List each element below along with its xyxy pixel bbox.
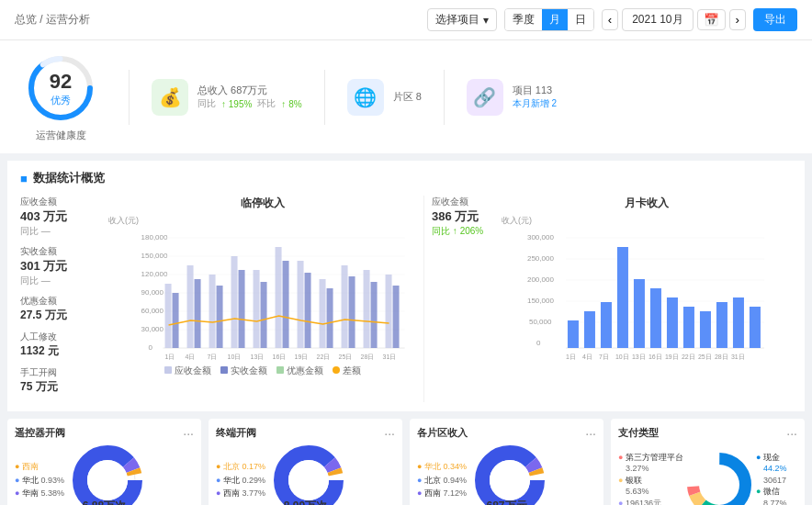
- divider-2: [324, 70, 325, 125]
- svg-text:180,000: 180,000: [141, 233, 168, 241]
- svg-rect-71: [716, 302, 727, 348]
- card-district-content: ● 华北 0.34% ● 北京 0.94% ● 西南 7.12%: [417, 443, 596, 505]
- card-district-title: 各片区收入: [417, 426, 596, 440]
- svg-text:1日: 1日: [165, 354, 175, 360]
- svg-rect-37: [371, 282, 378, 348]
- svg-rect-18: [187, 265, 194, 348]
- prev-date-button[interactable]: ‹: [602, 9, 618, 30]
- revenue-title: 总收入 687万元: [197, 84, 302, 97]
- divider-3: [444, 70, 445, 125]
- svg-text:31日: 31日: [383, 354, 397, 360]
- card-payment-more[interactable]: ···: [786, 426, 797, 441]
- svg-text:13日: 13日: [632, 354, 646, 360]
- project-selector[interactable]: 选择项目 ▾: [427, 8, 497, 31]
- stats-column: 应收金额 403 万元 同比 — 实收金额 301 万元 同比 — 优惠金额 2…: [20, 196, 103, 402]
- svg-text:90,000: 90,000: [141, 288, 164, 297]
- svg-rect-24: [320, 279, 326, 348]
- card-district-more[interactable]: ···: [585, 426, 596, 441]
- card-payment: 支付类型 ··· ● 第三方管理平台 3.27% ● 银联 5.63% ● 19…: [611, 419, 805, 505]
- chart1-title: 临停收入: [108, 196, 416, 211]
- svg-text:31日: 31日: [731, 354, 745, 360]
- revenue-kpi: 💰 总收入 687万元 同比 ↑ 195% 环比 ↑ 8%: [152, 79, 302, 116]
- tab-day[interactable]: 日: [568, 9, 593, 30]
- card-payment-donut: [685, 443, 754, 505]
- section-title-text: 数据统计概览: [33, 170, 105, 186]
- legend-diff: 差额: [333, 365, 361, 377]
- card-terminal-donut: [267, 443, 350, 505]
- svg-text:150,000: 150,000: [141, 252, 168, 260]
- stat-handopen: 手工开阀 75 万元: [20, 366, 103, 395]
- svg-text:50,000: 50,000: [529, 318, 552, 326]
- svg-rect-34: [305, 273, 311, 348]
- header-right: 选择项目 ▾ 季度 月 日 ‹ 2021 10月 📅 › 导出: [427, 8, 797, 31]
- svg-rect-31: [239, 270, 245, 348]
- card-remote-more[interactable]: ···: [183, 426, 194, 441]
- svg-text:28日: 28日: [715, 354, 728, 360]
- next-date-button[interactable]: ›: [729, 9, 746, 30]
- header: 总览 / 运营分析 选择项目 ▾ 季度 月 日 ‹ 2021 10月 📅 › 导…: [0, 0, 812, 40]
- chart1-svg: 180,000 150,000 120,000 90,000 60,000 30…: [108, 229, 416, 362]
- card-terminal: 终端开阀 ··· ● 北京 0.17% ● 华北 0.29% ● 西南 3.77…: [209, 419, 402, 505]
- svg-rect-30: [217, 286, 223, 348]
- tab-season[interactable]: 季度: [505, 9, 542, 30]
- svg-text:19日: 19日: [295, 354, 309, 360]
- project-title: 项目 113: [513, 84, 557, 97]
- health-score: 92: [50, 70, 72, 94]
- stat-receivable: 应收金额 403 万元 同比 —: [20, 196, 103, 238]
- svg-text:22日: 22日: [317, 354, 331, 360]
- health-title: 运营健康度: [36, 129, 86, 142]
- section-icon: ■: [20, 172, 28, 185]
- svg-text:250,000: 250,000: [527, 254, 554, 263]
- chart2-yaxis-label: 收入(元): [502, 215, 792, 227]
- chart2-stats: 应收金额 386 万元 同比 ↑ 206%: [432, 196, 496, 402]
- health-gauge: 92 优秀 运营健康度: [15, 51, 107, 142]
- gauge-circle: 92 优秀: [24, 51, 97, 125]
- bottom-cards-row: 遥控器开阀 ··· ● 西南 ● 华北 0.93% ● 华南 5.38% 6.8…: [7, 419, 805, 505]
- revenue-sub-label1: 同比: [197, 97, 216, 110]
- svg-rect-67: [650, 288, 661, 348]
- card-terminal-title: 终端开阀: [216, 426, 395, 440]
- current-date: 2021 10月: [622, 8, 693, 31]
- svg-text:25日: 25日: [339, 354, 353, 360]
- card-terminal-labels: ● 北京 0.17% ● 华北 0.29% ● 西南 3.77%: [216, 460, 265, 499]
- district-kpi: 🌐 片区 8: [347, 79, 422, 116]
- export-button[interactable]: 导出: [753, 8, 797, 31]
- card-district: 各片区收入 ··· ● 华北 0.34% ● 北京 0.94% ● 西南 7.1…: [410, 419, 603, 505]
- svg-text:30,000: 30,000: [141, 325, 164, 333]
- svg-text:25日: 25日: [698, 354, 712, 360]
- card-payment-title: 支付类型: [618, 426, 797, 440]
- breadcrumb: 总览 / 运营分析: [15, 12, 90, 28]
- card-terminal-more[interactable]: ···: [384, 426, 395, 441]
- svg-rect-35: [327, 288, 333, 348]
- svg-text:0: 0: [536, 339, 541, 347]
- svg-point-93: [288, 460, 329, 500]
- svg-rect-65: [617, 247, 628, 348]
- section-title: ■ 数据统计概览: [20, 170, 792, 186]
- district-title: 片区 8: [393, 90, 422, 104]
- project-selector-label: 选择项目: [435, 12, 479, 28]
- calendar-icon-btn[interactable]: 📅: [697, 9, 726, 30]
- svg-text:4日: 4日: [186, 354, 196, 360]
- svg-rect-29: [195, 279, 201, 348]
- legend-discount: 优惠金额: [276, 365, 323, 377]
- project-icon: 🔗: [467, 79, 503, 116]
- svg-text:60,000: 60,000: [141, 307, 164, 315]
- chart1-legend: 应收金额 实收金额 优惠金额 差额: [108, 365, 416, 377]
- svg-rect-28: [173, 293, 179, 348]
- svg-rect-38: [393, 286, 400, 348]
- svg-rect-19: [209, 275, 216, 348]
- overview-section: ■ 数据统计概览 应收金额 403 万元 同比 — 实收金额 301 万元 同比…: [7, 161, 805, 411]
- svg-text:16日: 16日: [648, 354, 662, 360]
- svg-point-89: [87, 460, 128, 500]
- divider-1: [129, 70, 130, 125]
- card-remote-content: ● 西南 ● 华北 0.93% ● 华南 5.38%: [15, 443, 194, 505]
- svg-rect-72: [733, 297, 744, 348]
- project-info: 项目 113 本月新增 2: [513, 84, 557, 110]
- revenue-trend1: ↑ 195%: [221, 99, 252, 109]
- svg-rect-68: [667, 297, 678, 348]
- chart2-trend: 同比 ↑ 206%: [432, 225, 496, 238]
- svg-rect-62: [568, 320, 579, 348]
- chevron-down-icon: ▾: [483, 14, 489, 27]
- tab-month[interactable]: 月: [542, 9, 568, 30]
- svg-rect-70: [700, 311, 711, 348]
